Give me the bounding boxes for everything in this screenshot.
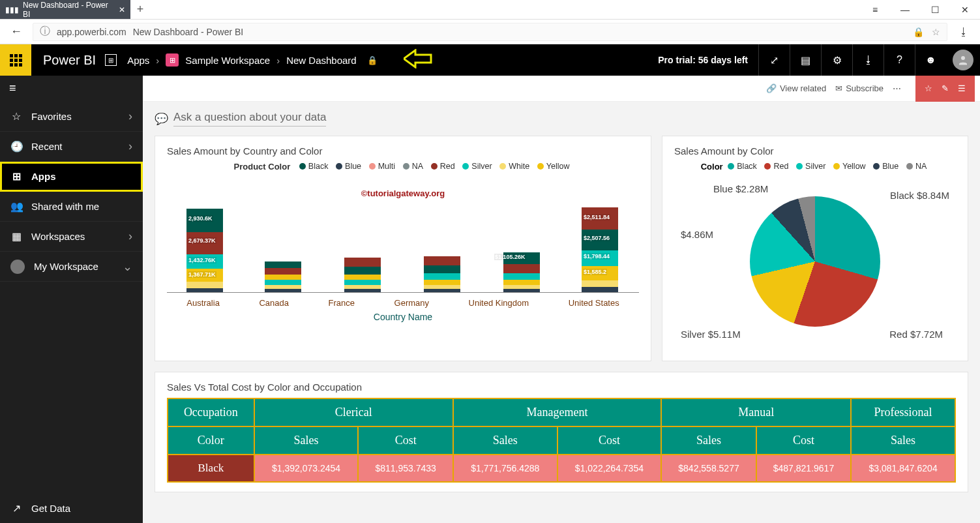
breadcrumb-dashboard[interactable]: New Dashboard (286, 55, 357, 66)
chevron-right-icon: › (128, 140, 132, 153)
back-button[interactable]: ← (7, 25, 26, 38)
browser-menu-icon[interactable]: ≡ (860, 0, 890, 19)
tile-matrix[interactable]: Sales Vs Total Cost by Color and Occupat… (155, 372, 968, 492)
related-icon: 🔗 (766, 83, 777, 93)
close-tab-icon[interactable]: ✕ (119, 5, 125, 14)
trial-status[interactable]: Pro trial: 56 days left (647, 55, 758, 65)
pie-legend: Color Black Red Silver Yellow Blue NA (674, 162, 956, 172)
annotation-arrow (404, 49, 432, 71)
settings-button[interactable]: ⚙ (821, 44, 852, 76)
breadcrumb-apps[interactable]: Apps (127, 55, 149, 66)
chevron-down-icon: ⌄ (123, 260, 132, 274)
x-axis-title: Country Name (167, 312, 639, 322)
workspace-avatar (10, 260, 25, 274)
download-button[interactable]: ⭳ (852, 44, 883, 76)
mail-icon: ✉ (835, 83, 842, 93)
ribbon-chart-area: 2,930.6K 2,679.37K 1,432.76K 1,367.71K (167, 175, 639, 293)
site-info-icon[interactable]: ⓘ (40, 25, 50, 38)
list-view-button[interactable]: ☰ (958, 83, 966, 93)
dashboard-actions-strip: ☆ ✎ ☰ (915, 76, 975, 102)
user-avatar[interactable] (953, 50, 973, 70)
ribbon-legend: Product Color Black Blue Multi NA Red Si… (167, 162, 639, 172)
sidebar-item-shared[interactable]: 👥 Shared with me (0, 192, 143, 222)
apps-icon: ⊞ (10, 170, 22, 183)
workspaces-icon: ▦ (10, 230, 22, 243)
chat-icon: 💬 (155, 112, 168, 126)
url-title: New Dashboard - Power BI (133, 27, 244, 37)
breadcrumb-workspace[interactable]: Sample Workspace (185, 55, 270, 66)
chevron-right-icon: › (276, 55, 280, 66)
notifications-button[interactable]: ▤ (790, 44, 821, 76)
sidebar-header: ≡ (0, 76, 143, 102)
get-data-button[interactable]: ↗ Get Data (0, 493, 143, 523)
new-tab-button[interactable]: + (130, 0, 150, 19)
qna-box[interactable]: 💬 Ask a question about your data (155, 111, 968, 127)
address-field[interactable]: ⓘ app.powerbi.com New Dashboard - Power … (33, 23, 947, 41)
get-data-icon: ↗ (10, 502, 22, 515)
x-axis-labels: Australia Canada France Germany United K… (167, 298, 639, 308)
fullscreen-button[interactable]: ⤢ (758, 44, 790, 76)
clock-icon: 🕘 (10, 140, 22, 153)
minimize-button[interactable]: — (890, 0, 920, 19)
matrix-color-header: Color (168, 426, 254, 455)
app-launcher-button[interactable] (0, 44, 31, 76)
download-icon[interactable]: ⭳ (954, 26, 973, 38)
browser-titlebar: ▮▮▮ New Dashboard - Power BI ✕ + ≡ — ☐ ✕ (0, 0, 980, 20)
tile-ribbon-chart[interactable]: Sales Amount by Country and Color Produc… (155, 136, 651, 361)
more-options-button[interactable]: ⋯ (893, 83, 901, 93)
feedback-button[interactable]: ☻ (915, 44, 946, 76)
tile-pie-chart[interactable]: Sales Amount by Color Color Black Red Si… (662, 136, 968, 361)
matrix-table: Occupation Clerical Management Manual Pr… (167, 398, 956, 483)
matrix-occupation-header: Occupation (168, 398, 254, 426)
lock-icon: 🔒 (367, 55, 378, 65)
sidebar-item-my-workspace[interactable]: My Workspace ⌄ (0, 252, 143, 282)
brand-label: Power BI (43, 53, 96, 68)
sub-toolbar: ≡ 🔗 View related ✉ Subscribe ⋯ ☆ ✎ ☰ (0, 76, 980, 102)
workspace-icon: ⊞ (166, 53, 179, 67)
share-icon: 👥 (10, 200, 22, 213)
tile-title: Sales Amount by Color (674, 145, 956, 157)
hamburger-icon[interactable]: ≡ (9, 82, 16, 95)
favorite-button[interactable]: ☆ (925, 83, 932, 93)
table-row: Black $1,392,073.2454 $811,953.7433 $1,7… (168, 455, 955, 482)
qna-placeholder: Ask a question about your data (173, 111, 326, 127)
lock-icon: 🔒 (913, 27, 924, 37)
chevron-right-icon: › (128, 230, 132, 243)
star-icon: ☆ (10, 110, 22, 123)
close-window-button[interactable]: ✕ (950, 0, 980, 19)
dashboard-canvas: 💬 Ask a question about your data Sales A… (143, 102, 980, 523)
sidebar-item-apps[interactable]: ⊞ Apps (0, 162, 143, 192)
help-button[interactable]: ? (883, 44, 915, 76)
tab-icon: ▮▮▮ (5, 5, 19, 14)
pie-chart-area: Black $8.84M Red $7.72M Silver $5.11M $4… (674, 177, 956, 346)
star-icon[interactable]: ☆ (932, 27, 940, 37)
chevron-right-icon: › (156, 55, 159, 66)
apps-icon: ⊞ (105, 54, 117, 66)
maximize-button[interactable]: ☐ (920, 0, 950, 19)
subscribe-button[interactable]: ✉ Subscribe (835, 83, 883, 93)
sidebar: ☆ Favorites › 🕘 Recent › ⊞ Apps 👥 Shared… (0, 102, 143, 523)
tile-title: Sales Vs Total Cost by Color and Occupat… (167, 381, 956, 393)
sidebar-item-favorites[interactable]: ☆ Favorites › (0, 102, 143, 132)
powerbi-topbar: Power BI ⊞ Apps › ⊞ Sample Workspace › N… (0, 44, 980, 76)
breadcrumb: ⊞ Apps › ⊞ Sample Workspace › New Dashbo… (105, 53, 378, 67)
chevron-right-icon: › (128, 110, 132, 123)
tab-title: New Dashboard - Power BI (23, 1, 115, 19)
sidebar-item-recent[interactable]: 🕘 Recent › (0, 132, 143, 162)
browser-address-bar: ← ⓘ app.powerbi.com New Dashboard - Powe… (0, 20, 980, 44)
sidebar-item-workspaces[interactable]: ▦ Workspaces › (0, 222, 143, 252)
view-related-button[interactable]: 🔗 View related (766, 83, 826, 93)
tile-title: Sales Amount by Country and Color (167, 145, 639, 157)
url-host: app.powerbi.com (57, 27, 126, 37)
edit-button[interactable]: ✎ (942, 83, 949, 93)
svg-marker-0 (404, 50, 431, 67)
svg-point-1 (961, 56, 965, 60)
browser-tab[interactable]: ▮▮▮ New Dashboard - Power BI ✕ (0, 0, 130, 19)
